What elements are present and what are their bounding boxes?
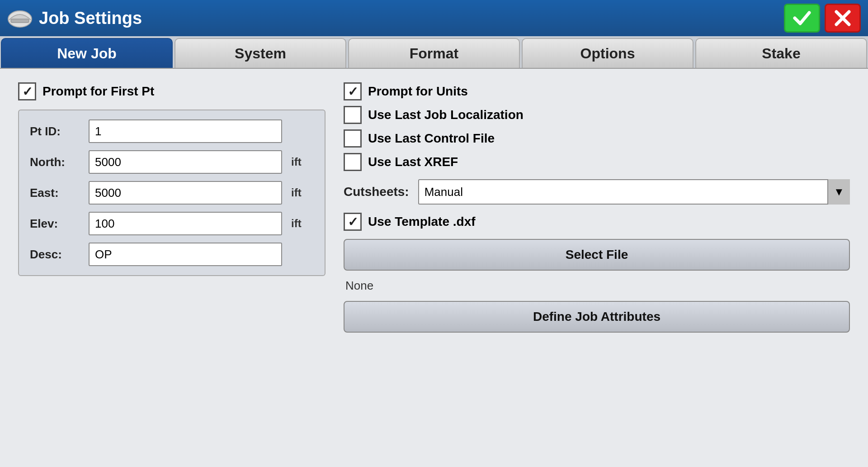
elev-row: Elev: ift: [30, 212, 314, 235]
cutsheets-row: Cutsheets: Manual ▼: [344, 179, 850, 205]
tab-new-job[interactable]: New Job: [1, 38, 173, 68]
tab-options[interactable]: Options: [522, 38, 693, 68]
cancel-button[interactable]: [825, 4, 861, 33]
tab-format[interactable]: Format: [348, 38, 520, 68]
north-label: North:: [30, 155, 80, 169]
elev-label: Elev:: [30, 217, 80, 231]
cutsheets-select-wrapper: Manual ▼: [418, 179, 850, 205]
prompt-first-pt-checkbox[interactable]: ✓: [18, 82, 36, 100]
last-control-file-checkbox[interactable]: [344, 129, 362, 148]
prompt-units-row: ✓ Prompt for Units: [344, 82, 850, 100]
pt-id-input[interactable]: [89, 119, 282, 143]
desc-label: Desc:: [30, 248, 80, 262]
use-template-dxf-checkbox[interactable]: ✓: [344, 213, 362, 231]
cutsheets-label: Cutsheets:: [344, 185, 409, 199]
desc-input[interactable]: [89, 243, 282, 266]
helmet-icon: [7, 5, 33, 31]
title-left: Job Settings: [7, 5, 142, 31]
last-xref-row: Use Last XREF: [344, 153, 850, 171]
select-file-button[interactable]: Select File: [344, 239, 850, 271]
north-unit: ift: [291, 156, 314, 168]
last-xref-label: Use Last XREF: [368, 155, 458, 169]
east-label: East:: [30, 186, 80, 200]
use-template-dxf-label: Use Template .dxf: [368, 214, 476, 229]
last-job-localization-checkbox[interactable]: [344, 106, 362, 124]
left-panel: ✓ Prompt for First Pt Pt ID: North: ift …: [18, 82, 326, 453]
tab-stake[interactable]: Stake: [695, 38, 867, 68]
last-control-file-row: Use Last Control File: [344, 129, 850, 148]
tab-system[interactable]: System: [175, 38, 346, 68]
cutsheets-value[interactable]: Manual: [418, 179, 850, 205]
prompt-first-pt-label: Prompt for First Pt: [42, 84, 154, 99]
coordinate-form: Pt ID: North: ift East: ift Elev: ift: [18, 110, 326, 276]
east-input[interactable]: [89, 181, 282, 205]
north-row: North: ift: [30, 150, 314, 174]
right-panel: ✓ Prompt for Units Use Last Job Localiza…: [344, 82, 850, 453]
content-area: ✓ Prompt for First Pt Pt ID: North: ift …: [0, 69, 868, 467]
confirm-button[interactable]: [784, 4, 820, 33]
pt-id-label: Pt ID:: [30, 124, 80, 138]
title-buttons: [784, 4, 861, 33]
checkmark-icon: [791, 7, 813, 29]
last-control-file-label: Use Last Control File: [368, 131, 495, 146]
define-job-attributes-button[interactable]: Define Job Attributes: [344, 301, 850, 333]
north-input[interactable]: [89, 150, 282, 174]
x-icon: [832, 7, 854, 29]
elev-unit: ift: [291, 217, 314, 230]
none-text: None: [344, 279, 850, 293]
tabs-bar: New Job System Format Options Stake: [0, 36, 868, 69]
app-title: Job Settings: [39, 9, 142, 28]
east-unit: ift: [291, 186, 314, 199]
east-row: East: ift: [30, 181, 314, 205]
pt-id-row: Pt ID:: [30, 119, 314, 143]
prompt-first-pt-row: ✓ Prompt for First Pt: [18, 82, 326, 100]
elev-input[interactable]: [89, 212, 282, 235]
prompt-units-label: Prompt for Units: [368, 84, 468, 99]
last-xref-checkbox[interactable]: [344, 153, 362, 171]
desc-row: Desc:: [30, 243, 314, 266]
last-job-localization-label: Use Last Job Localization: [368, 108, 524, 122]
last-job-localization-row: Use Last Job Localization: [344, 106, 850, 124]
options-checkbox-group: ✓ Prompt for Units Use Last Job Localiza…: [344, 82, 850, 171]
prompt-units-checkbox[interactable]: ✓: [344, 82, 362, 100]
title-bar: Job Settings: [0, 0, 868, 36]
svg-rect-1: [11, 19, 29, 23]
use-template-dxf-row: ✓ Use Template .dxf: [344, 213, 850, 231]
